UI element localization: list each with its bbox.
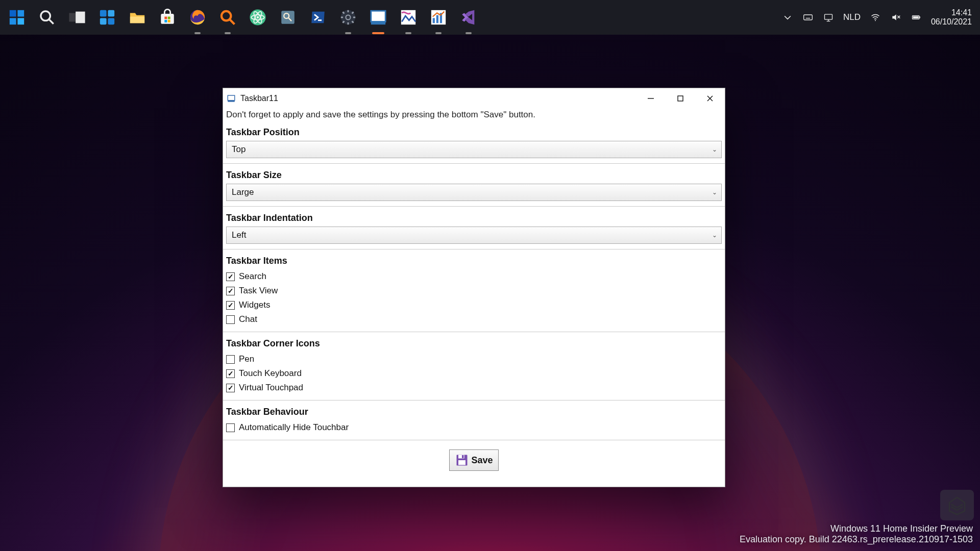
powershell-icon[interactable] (306, 6, 329, 29)
svg-rect-13 (161, 14, 174, 24)
combo-taskbar-indentation-value: Left (232, 230, 246, 240)
checkbox-label: Automatically Hide Touchbar (239, 422, 349, 433)
app-icon (226, 93, 236, 104)
taskview-icon[interactable] (65, 6, 88, 29)
svg-point-32 (346, 15, 350, 19)
svg-marker-58 (892, 14, 896, 20)
search-icon[interactable] (35, 6, 58, 29)
svg-rect-72 (462, 455, 464, 458)
svg-rect-0 (9, 10, 16, 17)
svg-rect-15 (167, 17, 170, 19)
checkbox[interactable] (226, 301, 235, 310)
svg-rect-67 (678, 96, 683, 101)
taskbar11-icon[interactable] (366, 6, 389, 29)
svg-rect-62 (919, 16, 920, 18)
checkbox[interactable] (226, 287, 235, 295)
everything-search-icon[interactable] (216, 6, 239, 29)
checkbox[interactable] (226, 315, 235, 324)
keyboard-layout-icon[interactable] (802, 12, 814, 23)
atom-icon[interactable] (246, 6, 269, 29)
svg-rect-14 (164, 17, 167, 19)
checkbox-label: Search (239, 271, 266, 282)
checkbox[interactable] (226, 272, 235, 281)
widgets-icon[interactable] (95, 6, 118, 29)
firefox-icon[interactable] (186, 6, 209, 29)
heading-taskbar-indentation: Taskbar Indentation (226, 211, 722, 227)
svg-rect-17 (167, 20, 170, 22)
microsoft-store-icon[interactable] (156, 6, 179, 29)
checkbox-label: Widgets (239, 300, 270, 310)
chart-app-icon[interactable] (427, 6, 450, 29)
checkbox-row: Task View (226, 284, 722, 298)
paintdotnet-icon[interactable] (397, 6, 420, 29)
svg-marker-74 (949, 497, 965, 514)
svg-rect-42 (371, 22, 385, 25)
titlebar[interactable]: Taskbar11 (223, 88, 725, 109)
combo-taskbar-position-value: Top (232, 144, 246, 155)
svg-rect-63 (913, 16, 919, 18)
svg-rect-65 (228, 101, 235, 102)
taskbar: NLD 14:41 06/10/2021 (0, 0, 980, 35)
svg-rect-54 (824, 14, 832, 19)
hint-text: Don't forget to apply and save the setti… (226, 109, 722, 125)
svg-point-4 (40, 11, 50, 20)
svg-rect-10 (100, 18, 106, 24)
window-title: Taskbar11 (240, 94, 278, 103)
svg-rect-9 (108, 10, 114, 17)
clock[interactable]: 14:41 06/10/2021 (931, 8, 975, 27)
checkbox-label: Chat (239, 314, 257, 324)
watermark-line2: Evaluation copy. Build 22463.rs_prerelea… (740, 534, 973, 545)
svg-rect-46 (436, 15, 438, 23)
checkbox-row: Chat (226, 312, 722, 327)
windows-watermark: Windows 11 Home Insider Preview Evaluati… (740, 523, 973, 545)
checkbox[interactable] (226, 369, 235, 378)
save-button[interactable]: Save (449, 449, 498, 471)
volume-muted-icon[interactable] (890, 12, 901, 23)
desktop-tray-popup-icon[interactable] (940, 490, 974, 520)
combo-taskbar-size-value: Large (232, 187, 254, 197)
settings-icon[interactable] (336, 6, 359, 29)
app-window-taskbar11: Taskbar11 Don't forget to apply and save… (223, 88, 725, 487)
floppy-disk-icon (455, 453, 469, 467)
checkbox-row: Search (226, 269, 722, 284)
project-display-icon[interactable] (823, 12, 834, 23)
chevron-down-icon: ⌄ (712, 189, 717, 196)
checkbox-row: Touch Keyboard (226, 366, 722, 381)
combo-taskbar-size[interactable]: Large ⌄ (226, 184, 722, 201)
start-icon[interactable] (5, 6, 28, 29)
svg-rect-7 (76, 12, 85, 23)
checkbox-label: Touch Keyboard (239, 368, 302, 379)
visual-studio-icon[interactable] (457, 6, 480, 29)
svg-rect-3 (17, 18, 24, 24)
tray-overflow-chevron-icon[interactable] (782, 12, 793, 23)
chevron-down-icon: ⌄ (712, 232, 717, 239)
checkbox[interactable] (226, 384, 235, 392)
checkbox-row: Automatically Hide Touchbar (226, 420, 722, 435)
checkbox-row: Virtual Touchpad (226, 381, 722, 395)
checkbox-row: Pen (226, 352, 722, 366)
checkbox-row: Widgets (226, 298, 722, 312)
heading-taskbar-items: Taskbar Items (226, 254, 722, 269)
combo-taskbar-position[interactable]: Top ⌄ (226, 141, 722, 158)
heading-taskbar-corner-icons: Taskbar Corner Icons (226, 336, 722, 352)
heading-taskbar-position: Taskbar Position (226, 125, 722, 141)
svg-rect-73 (458, 460, 465, 465)
minimize-button[interactable] (636, 88, 666, 109)
svg-point-19 (221, 11, 230, 20)
close-button[interactable] (695, 88, 725, 109)
preview-icon[interactable] (276, 6, 299, 29)
svg-point-57 (875, 20, 876, 21)
svg-rect-45 (432, 18, 434, 23)
checkbox[interactable] (226, 355, 235, 364)
ime-language-indicator[interactable]: NLD (843, 12, 861, 22)
battery-icon[interactable] (911, 12, 922, 23)
file-explorer-icon[interactable] (126, 6, 149, 29)
svg-rect-2 (9, 18, 16, 24)
wifi-icon[interactable] (870, 12, 881, 23)
clock-date: 06/10/2021 (931, 17, 972, 27)
maximize-button[interactable] (666, 88, 695, 109)
svg-rect-1 (17, 10, 24, 17)
combo-taskbar-indentation[interactable]: Left ⌄ (226, 227, 722, 244)
checkbox[interactable] (226, 423, 235, 432)
svg-rect-29 (281, 11, 295, 24)
